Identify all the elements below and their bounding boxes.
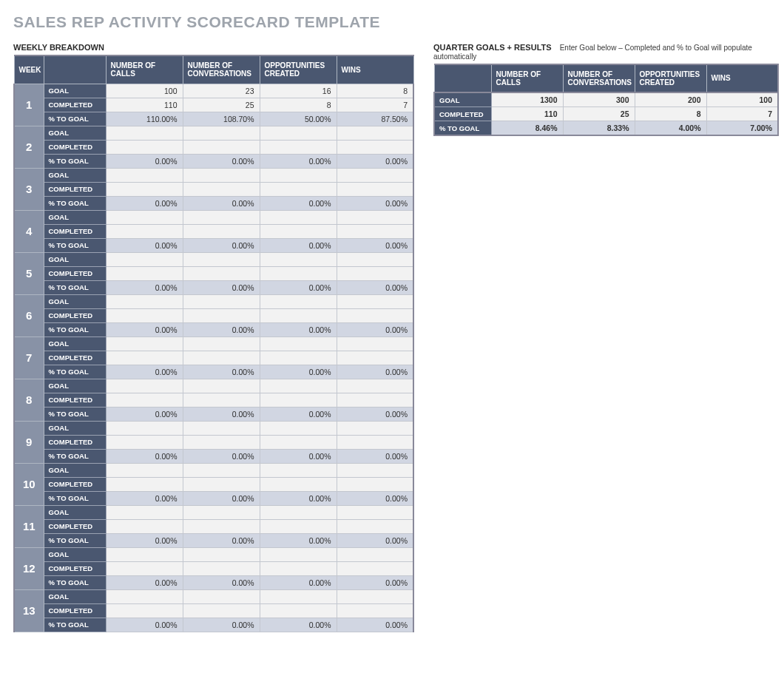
cell[interactable] (106, 463, 183, 477)
cell[interactable] (260, 589, 337, 603)
cell[interactable] (337, 266, 413, 280)
cell[interactable] (106, 252, 183, 266)
cell[interactable] (260, 126, 337, 140)
cell[interactable] (183, 379, 260, 393)
cell[interactable] (337, 603, 413, 618)
cell[interactable] (260, 505, 337, 519)
cell[interactable] (106, 379, 183, 393)
cell[interactable] (260, 140, 337, 154)
cell[interactable] (260, 182, 337, 196)
cell[interactable] (260, 379, 337, 393)
cell[interactable] (337, 477, 413, 491)
cell[interactable]: 7 (337, 98, 413, 112)
cell[interactable] (106, 140, 183, 154)
cell[interactable] (337, 379, 413, 393)
cell[interactable] (106, 224, 183, 238)
cell[interactable] (337, 547, 413, 561)
cell[interactable] (183, 547, 260, 561)
cell[interactable] (106, 393, 183, 407)
cell[interactable] (260, 336, 337, 351)
cell[interactable] (106, 210, 183, 224)
cell[interactable] (337, 182, 413, 196)
cell[interactable] (106, 182, 183, 196)
cell[interactable] (106, 351, 183, 365)
cell[interactable] (183, 435, 260, 449)
cell[interactable] (337, 126, 413, 140)
cell[interactable] (337, 308, 413, 322)
cell[interactable]: 8 (337, 84, 413, 98)
cell[interactable] (260, 421, 337, 435)
cell[interactable] (106, 505, 183, 519)
cell[interactable] (260, 224, 337, 238)
cell[interactable] (106, 477, 183, 491)
cell[interactable] (260, 603, 337, 618)
cell[interactable]: 16 (260, 84, 337, 98)
cell[interactable] (260, 252, 337, 266)
cell[interactable] (183, 351, 260, 365)
cell[interactable] (106, 547, 183, 561)
cell[interactable] (337, 351, 413, 365)
cell[interactable]: 110 (106, 98, 183, 112)
cell[interactable] (337, 210, 413, 224)
cell[interactable] (183, 210, 260, 224)
cell[interactable]: 300 (563, 92, 635, 107)
cell[interactable] (337, 336, 413, 351)
cell[interactable] (183, 182, 260, 196)
cell[interactable] (337, 561, 413, 575)
cell[interactable] (106, 421, 183, 435)
cell[interactable]: 100 (106, 84, 183, 98)
cell[interactable] (337, 505, 413, 519)
cell[interactable] (183, 224, 260, 238)
cell[interactable]: 1300 (491, 92, 563, 107)
cell[interactable] (260, 477, 337, 491)
cell[interactable] (260, 519, 337, 533)
cell[interactable] (183, 266, 260, 280)
cell[interactable] (106, 561, 183, 575)
cell[interactable] (106, 603, 183, 618)
cell[interactable] (337, 294, 413, 308)
cell[interactable] (183, 561, 260, 575)
cell[interactable] (106, 519, 183, 533)
cell[interactable]: 100 (706, 92, 778, 107)
cell[interactable] (183, 505, 260, 519)
cell[interactable]: 23 (183, 84, 260, 98)
cell[interactable] (260, 435, 337, 449)
cell[interactable]: 200 (635, 92, 706, 107)
cell[interactable] (183, 252, 260, 266)
cell[interactable] (106, 336, 183, 351)
cell[interactable] (337, 463, 413, 477)
cell[interactable]: 25 (183, 98, 260, 112)
cell[interactable] (260, 294, 337, 308)
cell[interactable] (183, 463, 260, 477)
cell[interactable] (337, 519, 413, 533)
cell[interactable] (183, 294, 260, 308)
cell[interactable] (106, 589, 183, 603)
cell[interactable] (183, 126, 260, 140)
cell[interactable] (183, 589, 260, 603)
cell[interactable] (337, 589, 413, 603)
cell[interactable] (337, 168, 413, 182)
cell[interactable] (106, 435, 183, 449)
cell[interactable] (337, 224, 413, 238)
cell[interactable] (260, 463, 337, 477)
cell[interactable] (183, 336, 260, 351)
cell[interactable] (337, 393, 413, 407)
cell[interactable] (260, 308, 337, 322)
cell[interactable] (183, 519, 260, 533)
cell[interactable] (260, 210, 337, 224)
cell[interactable] (260, 266, 337, 280)
cell[interactable] (260, 547, 337, 561)
cell[interactable] (183, 603, 260, 618)
cell[interactable] (260, 168, 337, 182)
cell[interactable] (260, 561, 337, 575)
cell[interactable] (183, 477, 260, 491)
cell[interactable] (183, 308, 260, 322)
cell[interactable]: 8 (260, 98, 337, 112)
cell[interactable] (106, 168, 183, 182)
cell[interactable] (106, 294, 183, 308)
cell[interactable] (106, 266, 183, 280)
cell[interactable] (260, 351, 337, 365)
cell[interactable] (337, 252, 413, 266)
cell[interactable] (183, 421, 260, 435)
cell[interactable] (106, 308, 183, 322)
